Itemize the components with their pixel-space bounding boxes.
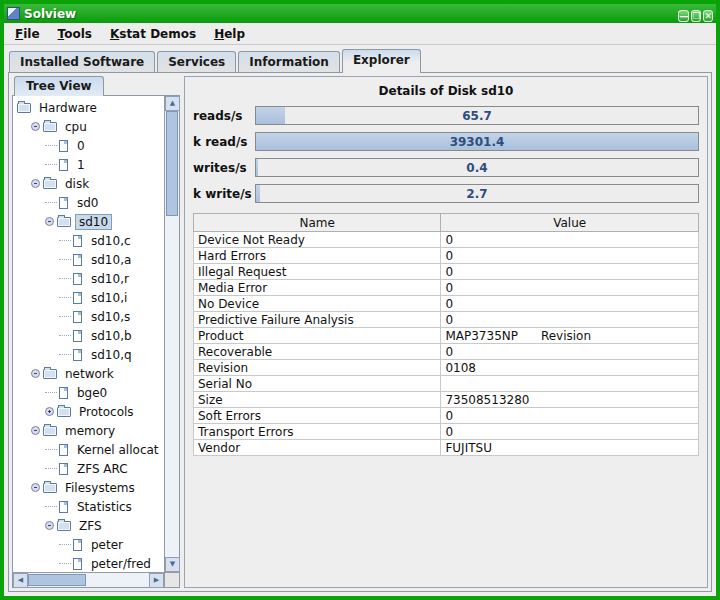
tab-services[interactable]: Services — [157, 51, 236, 72]
tab-installed-software[interactable]: Installed Software — [9, 51, 155, 72]
document-icon — [73, 349, 82, 361]
tree-node-zfs-arc[interactable]: ZFS ARC — [13, 459, 164, 478]
scroll-up-icon[interactable]: ▲ — [165, 96, 180, 111]
close-button[interactable]: ✕ — [703, 10, 713, 22]
menu-kstat-demos[interactable]: Kstat Demos — [101, 24, 205, 44]
tree-node-sd10-q[interactable]: sd10,q — [13, 345, 164, 364]
toggle-expanded-icon[interactable] — [31, 426, 40, 435]
horizontal-scroll-thumb[interactable] — [28, 574, 86, 586]
tree-connector — [45, 468, 57, 469]
tree-connector — [59, 563, 71, 564]
tree-node-label: Statistics — [73, 499, 136, 515]
tree-node-disk[interactable]: disk — [13, 174, 164, 193]
tree-node-peter-fred[interactable]: peter/fred — [13, 554, 164, 572]
column-header-name[interactable]: Name — [194, 214, 441, 232]
tree-node-label: Kernel allocat — [73, 442, 163, 458]
table-row[interactable]: No Device0 — [194, 296, 699, 312]
folder-icon — [43, 122, 57, 132]
column-header-value[interactable]: Value — [441, 214, 699, 232]
tree-node-filesystems[interactable]: Filesystems — [13, 478, 164, 497]
folder-icon — [57, 521, 71, 531]
tab-explorer[interactable]: Explorer — [342, 49, 421, 73]
table-row[interactable]: Serial No — [194, 376, 699, 392]
document-icon — [73, 558, 82, 570]
maximize-button[interactable]: ❐ — [691, 10, 701, 22]
tree-node-cpu[interactable]: cpu — [13, 117, 164, 136]
toggle-expanded-icon[interactable] — [31, 122, 40, 131]
gauge-k-write-s: k write/s2.7 — [193, 184, 699, 203]
tree-node-kernel-allocat[interactable]: Kernel allocat — [13, 440, 164, 459]
table-row[interactable]: Transport Errors0 — [194, 424, 699, 440]
tree-node-sd10-r[interactable]: sd10,r — [13, 269, 164, 288]
progress-bar: 0.4 — [255, 158, 699, 177]
toggle-expanded-icon[interactable] — [31, 369, 40, 378]
table-cell: Transport Errors — [194, 424, 441, 440]
tree-node-network[interactable]: network — [13, 364, 164, 383]
tree-connector — [59, 297, 71, 298]
tree-node-zfs[interactable]: ZFS — [13, 516, 164, 535]
table-row[interactable]: Recoverable0 — [194, 344, 699, 360]
document-icon — [59, 140, 68, 152]
tree-node-sd10-s[interactable]: sd10,s — [13, 307, 164, 326]
table-row[interactable]: VendorFUJITSU — [194, 440, 699, 456]
tree-node-bge0[interactable]: bge0 — [13, 383, 164, 402]
tree-connector — [59, 354, 71, 355]
table-row[interactable]: Size73508513280 — [194, 392, 699, 408]
scroll-left-icon[interactable]: ◀ — [13, 573, 28, 588]
document-icon — [73, 254, 82, 266]
tab-information[interactable]: Information — [238, 51, 340, 72]
table-row[interactable]: ProductMAP3735NP Revision — [194, 328, 699, 344]
tree-node-label: ZFS ARC — [73, 461, 132, 477]
tree-node-sd10[interactable]: sd10 — [13, 212, 164, 231]
tree-node-sd10-b[interactable]: sd10,b — [13, 326, 164, 345]
tree-horizontal-scrollbar[interactable]: ◀ ▶ — [13, 572, 164, 587]
table-row[interactable]: Media Error0 — [194, 280, 699, 296]
progress-value: 0.4 — [256, 159, 698, 176]
tree-node-sd0[interactable]: sd0 — [13, 193, 164, 212]
table-row[interactable]: Predictive Failure Analysis0 — [194, 312, 699, 328]
tree-node-peter[interactable]: peter — [13, 535, 164, 554]
scroll-down-icon[interactable]: ▼ — [165, 557, 180, 572]
tree-node-protocols[interactable]: Protocols — [13, 402, 164, 421]
gauge-writes-s: writes/s0.4 — [193, 158, 699, 177]
tree-node-memory[interactable]: memory — [13, 421, 164, 440]
tree-node-sd10-c[interactable]: sd10,c — [13, 231, 164, 250]
menu-file[interactable]: File — [6, 24, 49, 44]
tree-node-hardware[interactable]: Hardware — [13, 98, 164, 117]
menu-help[interactable]: Help — [205, 24, 254, 44]
table-row[interactable]: Revision0108 — [194, 360, 699, 376]
tab-tree-view[interactable]: Tree View — [14, 76, 104, 96]
toggle-collapsed-icon[interactable] — [45, 407, 54, 416]
table-row[interactable]: Illegal Request0 — [194, 264, 699, 280]
toggle-expanded-icon[interactable] — [45, 217, 54, 226]
tree-node-label: Filesystems — [61, 480, 139, 496]
tree-vertical-scrollbar[interactable]: ▲ ▼ — [164, 96, 179, 572]
table-row[interactable]: Soft Errors0 — [194, 408, 699, 424]
vertical-scroll-thumb[interactable] — [166, 111, 178, 216]
folder-icon — [57, 217, 71, 227]
table-cell: Size — [194, 392, 441, 408]
tree-node-label: disk — [61, 176, 93, 192]
toggle-expanded-icon[interactable] — [31, 483, 40, 492]
table-cell: Soft Errors — [194, 408, 441, 424]
tree-connector — [45, 392, 57, 393]
tree-node-statistics[interactable]: Statistics — [13, 497, 164, 516]
progress-bar: 65.7 — [255, 106, 699, 125]
tree-node-1[interactable]: 1 — [13, 155, 164, 174]
scroll-right-icon[interactable]: ▶ — [149, 573, 164, 588]
details-panel: Details of Disk sd10 reads/s65.7k read/s… — [184, 76, 708, 588]
tree-node-sd10-a[interactable]: sd10,a — [13, 250, 164, 269]
minimize-button[interactable]: — — [678, 10, 689, 22]
menu-tools[interactable]: Tools — [49, 24, 101, 44]
tree-node-0[interactable]: 0 — [13, 136, 164, 155]
title-bar: Solview —❐✕ — [4, 4, 716, 23]
table-cell: Device Not Ready — [194, 232, 441, 248]
table-cell: Product — [194, 328, 441, 344]
tree-node-sd10-i[interactable]: sd10,i — [13, 288, 164, 307]
toggle-expanded-icon[interactable] — [31, 179, 40, 188]
toggle-expanded-icon[interactable] — [45, 521, 54, 530]
table-cell — [441, 376, 699, 392]
table-row[interactable]: Hard Errors0 — [194, 248, 699, 264]
table-row[interactable]: Device Not Ready0 — [194, 232, 699, 248]
app-window: Solview —❐✕ FileToolsKstat DemosHelp Ins… — [0, 0, 720, 600]
